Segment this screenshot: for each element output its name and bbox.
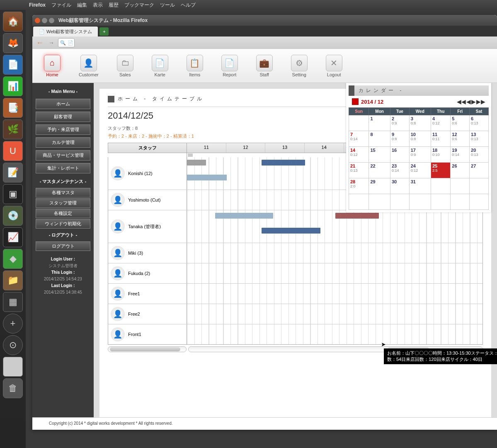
back-button[interactable]: ← [35, 38, 45, 47]
sidebar-logout[interactable]: ログアウト [36, 241, 90, 251]
launcher-add-icon[interactable]: + [3, 314, 23, 334]
sidebar-master[interactable]: 各種マスタ [36, 188, 90, 197]
launcher-trash-icon[interactable]: 🗑 [3, 378, 23, 398]
calendar-day[interactable] [390, 194, 409, 210]
calendar-day[interactable]: 30 [390, 178, 409, 194]
nav-staff[interactable]: 💼Staff [256, 55, 273, 77]
calendar-day[interactable] [451, 178, 470, 194]
calendar-day[interactable]: 60:13 [470, 115, 489, 131]
nav-report[interactable]: 📄Report [221, 55, 238, 77]
schedule-cell[interactable] [187, 324, 482, 344]
menu-file[interactable]: ファイル [51, 2, 71, 9]
schedule-cell[interactable] [187, 210, 482, 243]
calendar-day[interactable] [349, 194, 369, 210]
forward-button[interactable]: → [46, 38, 56, 47]
sidebar-staff[interactable]: スタッフ管理 [36, 198, 90, 208]
browser-tab[interactable]: 📄 Web顧客管理システム [33, 27, 98, 37]
calendar-day[interactable]: 210:13 [349, 163, 369, 178]
menu-bookmark[interactable]: ブックマーク [124, 2, 154, 9]
appointment-bar[interactable] [262, 160, 305, 166]
calendar-day[interactable]: 30:8 [409, 115, 431, 131]
calendar-day[interactable]: 120:6 [451, 131, 470, 147]
calendar-day[interactable]: 200:13 [470, 147, 489, 163]
calendar-day[interactable]: 110:11 [431, 131, 450, 147]
calendar-day[interactable]: 230:14 [390, 163, 409, 178]
calendar-day[interactable]: 70:14 [349, 131, 369, 147]
launcher-impress-icon[interactable]: 📑 [3, 98, 23, 118]
calendar-day[interactable]: 27 [470, 163, 489, 178]
schedule-cell[interactable] [187, 304, 482, 324]
appointment-bar[interactable] [215, 213, 273, 219]
window-maximize-icon[interactable] [49, 18, 54, 23]
launcher-text-icon[interactable]: 📝 [3, 163, 23, 183]
nav-customer[interactable]: 👤Customer [79, 55, 99, 77]
launcher-writer-icon[interactable]: 📄 [3, 55, 23, 75]
schedule-cell[interactable] [187, 243, 482, 263]
calendar-day[interactable]: 190:14 [451, 147, 470, 163]
calendar-day[interactable] [431, 194, 450, 210]
launcher-folder-icon[interactable]: 📁 [3, 270, 23, 290]
sidebar-settings[interactable]: 各種設定 [36, 209, 90, 218]
menu-view[interactable]: 表示 [93, 2, 103, 9]
launcher-monitor-icon[interactable]: 📈 [3, 227, 23, 247]
launcher-firefox-icon[interactable]: 🦊 [3, 33, 23, 53]
calendar-day[interactable]: 15 [369, 147, 390, 163]
calendar-day[interactable] [451, 194, 470, 210]
calendar-day[interactable]: 140:12 [349, 147, 369, 163]
appointment-bar[interactable] [335, 213, 379, 219]
menu-help[interactable]: ヘルプ [181, 2, 196, 9]
sidebar-product[interactable]: 商品・サービス管理 [36, 150, 90, 161]
calendar-next[interactable]: ▶ [471, 98, 476, 105]
calendar-day[interactable] [470, 178, 489, 194]
nav-sales[interactable]: 🗀Sales [117, 55, 133, 77]
new-tab-button[interactable]: + [99, 27, 109, 36]
launcher-disk-icon[interactable]: 💿 [3, 206, 23, 226]
sidebar-home[interactable]: ホーム [36, 99, 90, 109]
calendar-prev[interactable]: ◀ [466, 98, 471, 105]
sidebar-report[interactable]: 集計・レポート [36, 163, 90, 173]
launcher-usb-icon[interactable]: ▮ [3, 357, 23, 377]
calendar-day[interactable]: 22 [369, 163, 390, 178]
nav-items[interactable]: 📋Items [187, 55, 203, 77]
calendar-day[interactable]: 16 [390, 147, 409, 163]
sidebar-karte[interactable]: カルテ管理 [36, 137, 90, 148]
calendar-first[interactable]: ◀◀ [457, 98, 466, 105]
calendar-day[interactable]: 29 [369, 178, 390, 194]
calendar-day[interactable]: 252:5 [431, 163, 450, 178]
calendar-day[interactable]: 240:12 [409, 163, 431, 178]
launcher-terminal-icon[interactable]: ▣ [3, 184, 23, 204]
schedule-cell[interactable] [187, 284, 482, 304]
horizontal-scroll-left[interactable] [108, 346, 187, 352]
calendar-last[interactable]: ▶▶ [476, 98, 485, 105]
calendar-day[interactable]: 100:8 [409, 131, 431, 147]
calendar-day[interactable]: 282:0 [349, 178, 369, 194]
calendar-day[interactable] [349, 115, 369, 131]
launcher-app-icon[interactable]: 🌿 [3, 119, 23, 139]
url-bar[interactable]: 🔍 📄 [58, 38, 75, 47]
nav-setting[interactable]: ⚙Setting [291, 55, 308, 77]
launcher-workspace-icon[interactable]: ▦ [3, 292, 23, 312]
calendar-day[interactable]: 1 [369, 115, 390, 131]
menu-edit[interactable]: 編集 [77, 2, 87, 9]
nav-karte[interactable]: 📄Karte [152, 55, 168, 77]
calendar-day[interactable]: 180:10 [431, 147, 450, 163]
nav-logout[interactable]: ✕Logout [326, 55, 342, 77]
calendar-day[interactable]: 50:6 [451, 115, 470, 131]
menu-history[interactable]: 履歴 [109, 2, 119, 9]
sidebar-reservation[interactable]: 予約・来店管理 [36, 124, 90, 135]
sidebar-windowinit[interactable]: ウィンドウ初期化 [36, 219, 90, 229]
schedule-cell[interactable] [187, 263, 482, 283]
calendar-day[interactable]: 40:12 [431, 115, 450, 131]
menu-tool[interactable]: ツール [160, 2, 175, 9]
calendar-day[interactable]: 130:13 [470, 131, 489, 147]
window-close-icon[interactable] [35, 18, 40, 23]
launcher-app2-icon[interactable]: ◆ [3, 249, 23, 269]
window-minimize-icon[interactable] [42, 18, 47, 23]
launcher-files-icon[interactable]: 🏠 [3, 12, 23, 32]
calendar-day[interactable] [409, 194, 431, 210]
calendar-day[interactable]: 26 [451, 163, 470, 178]
calendar-day[interactable]: 20:9 [390, 115, 409, 131]
calendar-day[interactable]: 8 [369, 131, 390, 147]
appointment-bar[interactable] [187, 160, 206, 166]
nav-home[interactable]: ⌂Home [44, 55, 61, 77]
